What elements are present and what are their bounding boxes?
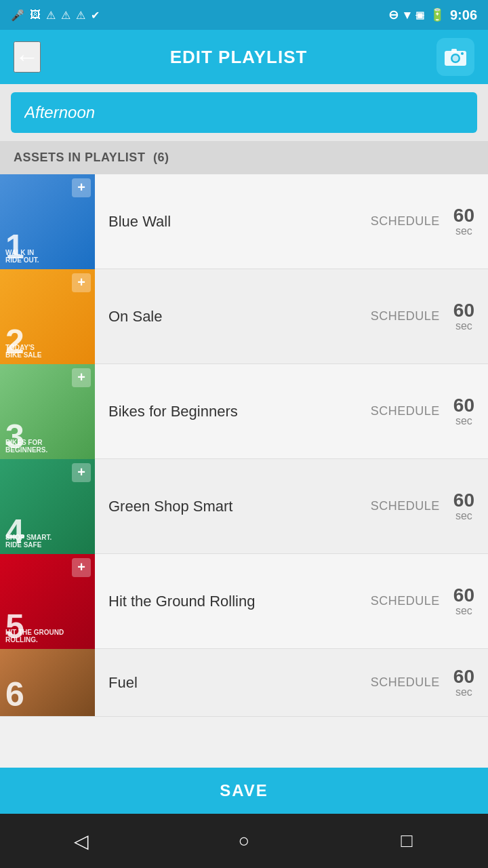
item-thumbnail-2: TODAY'S BIKE SALE 2 + <box>0 269 95 364</box>
item-duration-1: 60 sec <box>453 206 474 237</box>
item-schedule-2: SCHEDULE <box>371 309 440 323</box>
item-name-2: On Sale <box>95 308 371 326</box>
nav-back-button[interactable]: ◁ <box>54 814 108 868</box>
item-number-3: 3 <box>5 420 24 454</box>
item-name-4: Green Shop Smart <box>95 498 371 515</box>
playlist-name-input[interactable] <box>11 92 477 133</box>
mute-icon: ⊖ <box>388 7 399 22</box>
nav-home-button[interactable]: ○ <box>217 814 271 868</box>
nav-recent-button[interactable]: □ <box>380 814 434 868</box>
save-bar: SAVE <box>0 768 488 814</box>
back-button[interactable]: ← <box>14 41 41 73</box>
item-name-3: Bikes for Beginners <box>95 403 371 420</box>
item-number-6: 6 <box>5 677 24 711</box>
check-icon: ✔ <box>91 9 100 22</box>
save-button[interactable]: SAVE <box>220 781 268 800</box>
status-time: 9:06 <box>450 7 477 23</box>
list-item[interactable]: WALK IN RIDE OUT. 1 + Blue Wall SCHEDULE… <box>0 174 488 269</box>
item-schedule-1: SCHEDULE <box>371 214 440 229</box>
item-schedule-4: SCHEDULE <box>371 499 440 513</box>
add-icon-5: + <box>72 558 91 577</box>
add-icon-1: + <box>72 178 91 197</box>
assets-header: ASSETS IN PLAYLIST (6) <box>0 141 488 174</box>
item-duration-5: 60 sec <box>453 586 474 617</box>
list-item[interactable]: SHOP SMART. RIDE SAFE 4 + Green Shop Sma… <box>0 459 488 554</box>
playlist-items-list: WALK IN RIDE OUT. 1 + Blue Wall SCHEDULE… <box>0 174 488 768</box>
item-thumbnail-5: HIT THE GROUND ROLLING. 5 + <box>0 554 95 649</box>
item-number-5: 5 <box>5 610 24 644</box>
item-number-2: 2 <box>5 325 24 359</box>
bottom-navigation: ◁ ○ □ <box>0 814 488 868</box>
warning-icon-1: ⚠ <box>46 9 56 22</box>
mic-icon: 🎤 <box>11 9 24 22</box>
item-thumbnail-3: BIKES FOR BEGINNERS. 3 + <box>0 364 95 459</box>
item-thumbnail-1: WALK IN RIDE OUT. 1 + <box>0 174 95 269</box>
status-bar: 🎤 🖼 ⚠ ⚠ ⚠ ✔ ⊖ ▾ ▣ 🔋 9:06 <box>0 0 488 30</box>
header: ← EDIT PLAYLIST <box>0 30 488 84</box>
item-schedule-3: SCHEDULE <box>371 404 440 418</box>
list-item[interactable]: TODAY'S BIKE SALE 2 + On Sale SCHEDULE 6… <box>0 269 488 364</box>
item-duration-2: 60 sec <box>453 301 474 332</box>
signal-icon: ▣ <box>415 9 424 20</box>
wifi-icon: ▾ <box>404 7 410 22</box>
item-schedule-6: SCHEDULE <box>371 675 440 690</box>
camera-icon <box>443 45 468 69</box>
item-duration-6: 60 sec <box>453 667 474 698</box>
image-icon: 🖼 <box>30 9 41 21</box>
assets-title: ASSETS IN PLAYLIST (6) <box>14 151 169 164</box>
battery-icon: 🔋 <box>430 7 445 22</box>
item-name-6: Fuel <box>95 674 371 692</box>
warning-icon-3: ⚠ <box>76 9 85 22</box>
status-icons-right: ⊖ ▾ ▣ 🔋 9:06 <box>388 7 477 23</box>
item-number-4: 4 <box>5 515 24 549</box>
add-icon-2: + <box>72 273 91 292</box>
list-item[interactable]: 6 Fuel SCHEDULE 60 sec <box>0 649 488 717</box>
svg-rect-3 <box>451 49 457 52</box>
add-icon-3: + <box>72 368 91 387</box>
warning-icon-2: ⚠ <box>61 9 70 22</box>
page-title: EDIT PLAYLIST <box>170 47 308 68</box>
item-thumbnail-6: 6 <box>0 649 95 717</box>
add-icon-4: + <box>72 463 91 482</box>
item-duration-4: 60 sec <box>453 491 474 522</box>
item-thumbnail-4: SHOP SMART. RIDE SAFE 4 + <box>0 459 95 554</box>
item-schedule-5: SCHEDULE <box>371 594 440 608</box>
svg-point-4 <box>461 52 464 55</box>
item-duration-3: 60 sec <box>453 396 474 427</box>
list-item[interactable]: BIKES FOR BEGINNERS. 3 + Bikes for Begin… <box>0 364 488 459</box>
list-item[interactable]: HIT THE GROUND ROLLING. 5 + Hit the Grou… <box>0 554 488 649</box>
item-name-1: Blue Wall <box>95 213 371 231</box>
item-name-5: Hit the Ground Rolling <box>95 593 371 610</box>
item-number-1: 1 <box>5 230 24 264</box>
camera-button[interactable] <box>436 38 474 76</box>
svg-point-2 <box>452 56 458 62</box>
playlist-name-section <box>0 84 488 141</box>
status-icons-left: 🎤 🖼 ⚠ ⚠ ⚠ ✔ <box>11 9 100 22</box>
